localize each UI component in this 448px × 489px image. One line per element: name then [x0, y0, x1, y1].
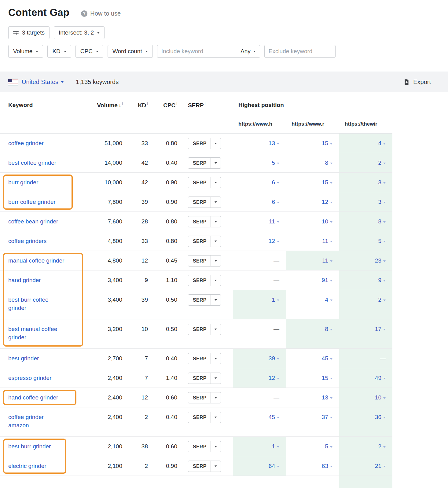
- serp-button[interactable]: SERP: [188, 255, 221, 267]
- keyword-link[interactable]: coffee grinders: [8, 237, 46, 245]
- target-url-3[interactable]: https://thewir: [339, 115, 392, 133]
- intersect-dropdown[interactable]: Intersect: 3, 2: [54, 26, 105, 39]
- serp-button[interactable]: SERP: [188, 236, 221, 247]
- position-value[interactable]: 5: [325, 443, 332, 450]
- position-value[interactable]: 15: [322, 140, 332, 146]
- keyword-link[interactable]: best grinder: [8, 354, 39, 362]
- serp-button-caret[interactable]: [211, 275, 221, 286]
- serp-button-caret[interactable]: [211, 197, 221, 208]
- keyword-link[interactable]: hand grinder: [8, 276, 41, 284]
- position-value[interactable]: 8: [325, 160, 332, 166]
- serp-button[interactable]: SERP: [188, 392, 221, 403]
- position-value[interactable]: 4: [325, 296, 332, 303]
- position-value[interactable]: 1: [272, 443, 279, 450]
- keyword-link[interactable]: coffee grinder amazon: [8, 413, 66, 429]
- position-value[interactable]: 39: [269, 355, 279, 362]
- keyword-link[interactable]: burr coffee grinder: [8, 198, 56, 206]
- target-url-1[interactable]: https://www.h: [233, 115, 286, 133]
- position-value[interactable]: 10: [322, 218, 332, 225]
- serp-button-caret[interactable]: [211, 412, 221, 423]
- serp-button-caret[interactable]: [211, 353, 221, 364]
- serp-button[interactable]: SERP: [188, 294, 221, 306]
- serp-button[interactable]: SERP: [188, 441, 221, 452]
- serp-button[interactable]: SERP: [188, 324, 221, 335]
- position-value[interactable]: 10: [375, 394, 386, 401]
- serp-button-caret[interactable]: [211, 324, 221, 335]
- export-button[interactable]: Export: [403, 79, 431, 86]
- position-value[interactable]: 45: [269, 414, 279, 420]
- position-value[interactable]: 63: [322, 463, 332, 469]
- position-value[interactable]: 9: [378, 277, 386, 283]
- position-value[interactable]: 21: [375, 463, 386, 469]
- position-value[interactable]: 13: [322, 394, 332, 401]
- cpc-filter[interactable]: CPC: [75, 45, 103, 58]
- keyword-link[interactable]: burr grinder: [8, 178, 38, 186]
- targets-button[interactable]: 3 targets: [8, 26, 50, 39]
- serp-button-caret[interactable]: [211, 441, 221, 452]
- position-value[interactable]: 8: [378, 218, 386, 225]
- column-header-keyword[interactable]: Keyword: [0, 96, 92, 115]
- position-value[interactable]: 12: [269, 375, 279, 381]
- keyword-link[interactable]: manual coffee grinder: [8, 256, 64, 265]
- position-value[interactable]: 17: [375, 326, 386, 332]
- serp-button-caret[interactable]: [211, 392, 221, 403]
- position-value[interactable]: 91: [322, 277, 332, 283]
- position-value[interactable]: 4: [378, 140, 386, 146]
- position-value[interactable]: 5: [272, 160, 279, 166]
- position-value[interactable]: 6: [272, 199, 279, 205]
- position-value[interactable]: 15: [322, 375, 332, 381]
- column-header-kd[interactable]: KDi: [123, 96, 149, 115]
- keyword-link[interactable]: electric grinder: [8, 462, 46, 470]
- serp-button[interactable]: SERP: [188, 412, 221, 423]
- keyword-link[interactable]: hand coffee grinder: [8, 393, 58, 402]
- volume-filter[interactable]: Volume: [8, 45, 43, 58]
- serp-button-caret[interactable]: [211, 373, 221, 384]
- serp-button-caret[interactable]: [211, 177, 221, 188]
- position-value[interactable]: 11: [269, 218, 279, 225]
- serp-button[interactable]: SERP: [188, 138, 221, 149]
- serp-button[interactable]: SERP: [188, 373, 221, 384]
- country-selector[interactable]: United States: [22, 79, 64, 86]
- position-value[interactable]: 11: [322, 257, 332, 264]
- position-value[interactable]: 3: [378, 199, 386, 205]
- position-value[interactable]: 37: [322, 414, 332, 420]
- keyword-link[interactable]: best coffee grinder: [8, 159, 56, 167]
- target-url-2[interactable]: https://www.r: [286, 115, 339, 133]
- serp-button[interactable]: SERP: [188, 353, 221, 364]
- position-value[interactable]: 3: [378, 179, 386, 186]
- keyword-link[interactable]: best manual coffee grinder: [8, 325, 66, 341]
- position-value[interactable]: 64: [269, 463, 279, 469]
- position-value[interactable]: 12: [322, 199, 332, 205]
- serp-button-caret[interactable]: [211, 216, 221, 227]
- serp-button[interactable]: SERP: [188, 157, 221, 169]
- serp-button-caret[interactable]: [211, 138, 221, 149]
- position-value[interactable]: 1: [272, 296, 279, 303]
- serp-button[interactable]: SERP: [188, 275, 221, 286]
- keyword-link[interactable]: coffee bean grinder: [8, 217, 58, 226]
- serp-button[interactable]: SERP: [188, 216, 221, 227]
- serp-button-caret[interactable]: [211, 295, 221, 305]
- position-value[interactable]: 45: [322, 355, 332, 362]
- include-mode-dropdown[interactable]: Any: [237, 48, 260, 55]
- position-value[interactable]: 36: [375, 414, 386, 420]
- keyword-link[interactable]: best burr grinder: [8, 442, 51, 450]
- position-value[interactable]: 6: [272, 179, 279, 186]
- serp-button[interactable]: SERP: [188, 461, 221, 472]
- position-value[interactable]: 13: [269, 140, 279, 146]
- serp-button-caret[interactable]: [211, 256, 221, 266]
- exclude-keyword-input[interactable]: [265, 48, 335, 55]
- position-value[interactable]: 23: [375, 257, 386, 264]
- position-value[interactable]: 2: [378, 296, 386, 303]
- how-to-use-link[interactable]: ? How to use: [81, 10, 121, 17]
- position-value[interactable]: 49: [375, 375, 386, 381]
- serp-button-caret[interactable]: [211, 158, 221, 168]
- position-value[interactable]: 2: [378, 160, 386, 166]
- include-keyword-input[interactable]: [157, 48, 237, 55]
- word-count-filter[interactable]: Word count: [108, 45, 153, 58]
- column-header-cpc[interactable]: CPCi: [149, 96, 178, 115]
- position-value[interactable]: 12: [269, 238, 279, 244]
- serp-button-caret[interactable]: [211, 236, 221, 247]
- serp-button-caret[interactable]: [211, 461, 221, 472]
- serp-button[interactable]: SERP: [188, 197, 221, 208]
- keyword-link[interactable]: coffee grinder: [8, 139, 44, 147]
